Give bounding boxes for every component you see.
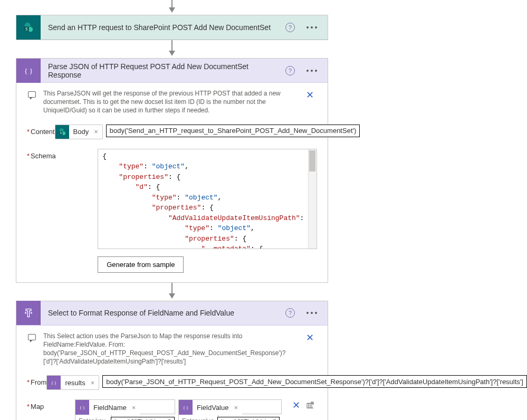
- remove-token-button[interactable]: ×: [93, 128, 102, 136]
- map-value-input[interactable]: [178, 414, 218, 420]
- remove-token-button[interactable]: ×: [131, 404, 140, 412]
- more-menu-button[interactable]: [302, 66, 321, 75]
- svg-text:{ }: { }: [80, 406, 85, 411]
- close-comment-button[interactable]: ✕: [299, 332, 317, 343]
- dynamic-content-token-body[interactable]: S Body ×: [55, 125, 103, 139]
- delete-row-button[interactable]: ✕: [289, 399, 303, 411]
- comment-icon: [28, 91, 36, 98]
- step-title: Send an HTTP request to SharePoint POST …: [41, 23, 285, 32]
- switch-mode-button[interactable]: [303, 400, 317, 410]
- svg-text:S: S: [25, 26, 27, 31]
- content-label: Content: [27, 125, 55, 139]
- remove-token-button[interactable]: ×: [233, 404, 242, 412]
- map-key-input[interactable]: [75, 414, 112, 420]
- step-comment: This Select action uses the ParseJson to…: [43, 332, 299, 366]
- data-operation-icon: { }: [75, 400, 89, 415]
- help-icon[interactable]: ?: [285, 23, 295, 32]
- select-icon: [16, 301, 41, 325]
- data-operation-icon: { }: [47, 376, 61, 389]
- scrollbar[interactable]: [308, 149, 317, 249]
- step-title: Parse JSON of HTTP Request POST Add New …: [41, 62, 285, 79]
- connector-arrow: [16, 283, 328, 301]
- dynamic-content-token-results[interactable]: { } results ×: [46, 375, 99, 390]
- close-comment-button[interactable]: ✕: [299, 89, 317, 101]
- svg-text:{ }: { }: [51, 381, 56, 386]
- formula-tooltip: body('Parse_JSON_of_HTTP_Request_POST_Ad…: [102, 375, 527, 388]
- schema-label: Schema: [27, 149, 98, 273]
- generate-from-sample-button[interactable]: Generate from sample: [98, 256, 184, 273]
- dynamic-content-token-fieldvalue[interactable]: { } FieldValue ×: [179, 400, 242, 415]
- token-label: results: [61, 379, 89, 387]
- connector-arrow: [16, 40, 328, 58]
- parse-json-icon: { }: [16, 59, 41, 83]
- token-label: FieldName: [89, 404, 131, 412]
- remove-token-button[interactable]: ×: [90, 379, 99, 387]
- svg-text:{ }: { }: [183, 406, 188, 411]
- step-select[interactable]: Select to Format Response of FieldName a…: [16, 301, 328, 420]
- token-label: FieldValue: [193, 404, 233, 412]
- comment-icon: [28, 334, 36, 340]
- step-parse-json[interactable]: { } Parse JSON of HTTP Request POST Add …: [16, 58, 328, 283]
- help-icon[interactable]: ?: [285, 308, 295, 318]
- sharepoint-icon: S: [16, 15, 41, 40]
- step-sharepoint-http[interactable]: S Send an HTTP request to SharePoint POS…: [16, 15, 328, 40]
- data-operation-icon: { }: [179, 400, 193, 415]
- sharepoint-icon: S: [55, 125, 69, 139]
- step-comment: This ParseJSON will get the response of …: [43, 89, 299, 115]
- more-menu-button[interactable]: [302, 309, 321, 317]
- from-label: From: [27, 375, 46, 390]
- svg-text:{ }: { }: [24, 67, 32, 75]
- formula-tooltip: item()?['FieldName']: [111, 417, 175, 420]
- help-icon[interactable]: ?: [285, 66, 295, 75]
- dynamic-content-token-fieldname[interactable]: { } FieldName ×: [75, 400, 140, 415]
- svg-text:S: S: [60, 131, 62, 135]
- step-title: Select to Format Response of FieldName a…: [41, 309, 285, 317]
- formula-tooltip: body('Send_an_HTTP_request_to_SharePoint…: [106, 125, 360, 137]
- connector-arrow: [16, 0, 328, 15]
- formula-tooltip: item()?['FieldValue']: [217, 417, 280, 420]
- schema-editor[interactable]: { "type": "object", "properties": { "d":…: [98, 149, 317, 249]
- map-label: Map: [27, 399, 75, 420]
- token-label: Body: [69, 128, 93, 136]
- more-menu-button[interactable]: [302, 23, 321, 32]
